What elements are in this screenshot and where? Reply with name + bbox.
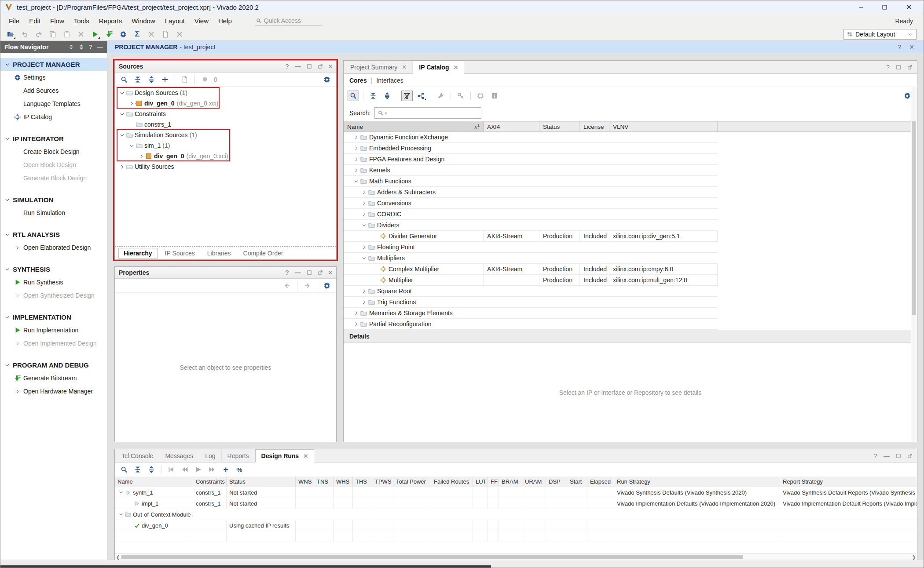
menu-help[interactable]: Help: [213, 17, 237, 25]
column-header-axi4[interactable]: AXI4: [484, 122, 539, 131]
collapse-all-button[interactable]: [132, 75, 143, 84]
delete-button[interactable]: [75, 29, 87, 40]
sidebar-section-rtl-analysis[interactable]: RTL ANALYSIS: [0, 228, 107, 241]
sidebar-section-ip-integrator[interactable]: IP INTEGRATOR: [0, 132, 107, 145]
close-icon[interactable]: ✕: [909, 44, 914, 51]
tab-ip-sources[interactable]: IP Sources: [160, 248, 200, 258]
catalog-row-floating-point[interactable]: Floating Point: [344, 242, 718, 253]
open-project-button[interactable]: [5, 29, 16, 40]
collapse-all-icon[interactable]: [69, 44, 74, 50]
run-row-div-gen-0[interactable]: div_gen_0Using cached IP results: [115, 520, 917, 531]
catalog-row-math-functions[interactable]: Math Functions: [344, 176, 718, 187]
catalog-row-kernels[interactable]: Kernels: [344, 165, 718, 176]
catalog-row-memories-storage-elements[interactable]: Memories & Storage Elements: [344, 308, 718, 319]
tab-messages[interactable]: Messages: [159, 449, 199, 462]
search-button[interactable]: [119, 465, 129, 474]
column-header-ths[interactable]: THS: [353, 477, 372, 487]
maximize-icon[interactable]: [896, 453, 901, 459]
expand-all-button[interactable]: [146, 465, 157, 474]
tab-compile-order[interactable]: Compile Order: [238, 248, 288, 258]
sidebar-item-ip-catalog[interactable]: IP Catalog: [0, 110, 107, 124]
report-sum-button[interactable]: Σ: [132, 29, 143, 40]
column-header-lut[interactable]: LUT: [473, 477, 488, 487]
catalog-row-divider-generator[interactable]: Divider Generator AXI4-Stream Production…: [344, 231, 718, 242]
column-header-total-power[interactable]: Total Power: [393, 477, 431, 487]
help-icon[interactable]: ?: [886, 64, 890, 71]
relative-units-button[interactable]: %: [234, 465, 245, 474]
float-icon[interactable]: [907, 65, 913, 70]
column-header-constraints[interactable]: Constraints: [193, 477, 227, 487]
tab-hierarchy[interactable]: Hierarchy: [118, 248, 158, 259]
sidebar-section-project-manager[interactable]: PROJECT MANAGER: [0, 58, 107, 71]
run-row-impl-1[interactable]: impl_1constrs_1Not startedVivado Impleme…: [115, 498, 917, 509]
search-button[interactable]: [119, 75, 129, 84]
sidebar-item-open-elaborated-design[interactable]: Open Elaborated Design: [0, 241, 107, 254]
report-ip-status-button[interactable]: [180, 75, 190, 84]
copy-button[interactable]: [47, 29, 59, 40]
sidebar-item-add-sources[interactable]: Add Sources: [0, 84, 107, 97]
column-header-wns[interactable]: WNS: [296, 477, 314, 487]
help-icon[interactable]: ?: [874, 452, 877, 459]
sidebar-section-simulation[interactable]: SIMULATION: [0, 193, 107, 206]
chevron-right-icon[interactable]: [128, 100, 135, 106]
column-header-vlnv[interactable]: VLNV: [609, 122, 718, 131]
panel-settings-button[interactable]: [322, 281, 332, 291]
source-item-design-sources[interactable]: Design Sources (1): [115, 87, 336, 98]
source-item-constraints[interactable]: Constraints: [115, 109, 336, 119]
run-button[interactable]: [89, 29, 101, 40]
quick-access-search[interactable]: Quick Access: [255, 16, 322, 26]
column-header-elapsed[interactable]: Elapsed: [587, 477, 614, 487]
create-run-button[interactable]: +: [220, 465, 231, 474]
chevron-down-icon[interactable]: [128, 142, 135, 149]
help-icon[interactable]: ?: [898, 44, 901, 51]
column-header-name[interactable]: Name∧1: [344, 122, 484, 131]
license-button[interactable]: [455, 91, 466, 101]
sidebar-section-implementation[interactable]: IMPLEMENTATION: [0, 311, 107, 324]
column-header-start[interactable]: Start: [567, 477, 587, 487]
chevron-down-icon[interactable]: [118, 132, 125, 138]
maximize-icon[interactable]: [307, 64, 312, 69]
sidebar-item-generate-block-design[interactable]: Generate Block Design: [0, 171, 107, 185]
settings-button[interactable]: [117, 29, 129, 40]
window-minimize-icon[interactable]: –: [859, 4, 863, 11]
column-header-run-strategy[interactable]: Run Strategy: [614, 477, 780, 487]
float-icon[interactable]: [318, 270, 323, 275]
column-header-tns[interactable]: TNS: [314, 477, 334, 487]
filter-button[interactable]: [401, 91, 413, 101]
menu-layout[interactable]: Layout: [160, 17, 190, 25]
source-item-sim-1[interactable]: sim_1 (1): [115, 140, 336, 151]
sidebar-item-open-implemented-design[interactable]: Open Implemented Design: [0, 337, 107, 350]
catalog-row-embedded-processing[interactable]: Embedded Processing: [344, 143, 718, 154]
search-button[interactable]: [348, 91, 359, 101]
menu-file[interactable]: File: [4, 17, 24, 25]
close-icon[interactable]: ✕: [402, 64, 407, 70]
sidebar-item-open-block-design[interactable]: Open Block Design: [0, 158, 107, 171]
help-icon[interactable]: ?: [285, 269, 289, 276]
catalog-row-trig-functions[interactable]: Trig Functions: [344, 297, 718, 308]
expand-all-icon[interactable]: [79, 44, 84, 50]
collapse-all-button[interactable]: [367, 91, 379, 101]
minimize-icon[interactable]: —: [97, 44, 103, 50]
sidebar-item-create-block-design[interactable]: Create Block Design: [0, 145, 107, 158]
source-item-div-gen-0[interactable]: div_gen_0 (div_gen_0.xci): [115, 151, 336, 161]
layout-selector[interactable]: Default Layout: [843, 29, 917, 40]
help-icon[interactable]: ?: [285, 63, 289, 70]
attach-button[interactable]: [160, 29, 171, 40]
run-row-synth-1[interactable]: synth_1constrs_1Not startedVivado Synthe…: [115, 487, 917, 498]
chevron-down-icon[interactable]: [118, 111, 125, 117]
sidebar-item-run-implementation[interactable]: Run Implementation: [0, 324, 107, 337]
minimize-icon[interactable]: —: [884, 452, 890, 459]
column-header-status[interactable]: Status: [539, 122, 580, 131]
sidebar-item-open-synthesized-design[interactable]: Open Synthesized Design: [0, 289, 107, 302]
source-item-constrs-1[interactable]: constrs_1: [115, 119, 336, 130]
step-forward-button[interactable]: [207, 465, 217, 474]
catalog-row-conversions[interactable]: Conversions: [344, 198, 718, 209]
maximize-icon[interactable]: [307, 270, 312, 275]
collapse-all-button[interactable]: [132, 465, 143, 474]
column-header-tpws[interactable]: TPWS: [372, 477, 393, 487]
catalog-row-multiplier[interactable]: Multiplier Production Included xilinx.co…: [344, 275, 718, 286]
catalog-row-multipliers[interactable]: Multipliers: [344, 253, 718, 264]
sidebar-item-generate-bitstream[interactable]: Generate Bitstream: [0, 371, 107, 385]
column-header-whs[interactable]: WHS: [334, 477, 353, 487]
maximize-icon[interactable]: [896, 65, 901, 70]
